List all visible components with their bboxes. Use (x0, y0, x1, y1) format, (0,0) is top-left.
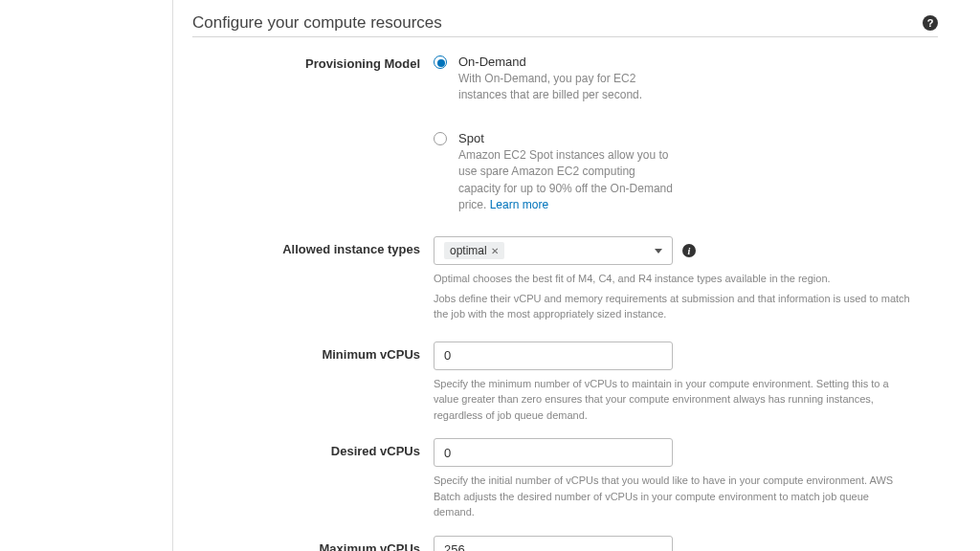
row-desired-vcpus: Desired vCPUs Specify the initial number… (192, 438, 938, 520)
configure-compute-form: Configure your compute resources ? Provi… (172, 0, 947, 551)
help-text-line: Jobs define their vCPU and memory requir… (434, 291, 912, 322)
row-provisioning-model: Provisioning Model On-Demand With On-Dem… (192, 55, 938, 221)
radio-title-spot: Spot (458, 131, 679, 145)
radio-desc-spot: Amazon EC2 Spot instances allow you to u… (458, 147, 679, 214)
radio-dot-on-demand[interactable] (434, 55, 447, 69)
maximum-vcpus-input[interactable] (434, 536, 673, 551)
instance-type-tag: optimal ✕ (444, 242, 504, 259)
radio-on-demand[interactable]: On-Demand With On-Demand, you pay for EC… (434, 55, 938, 104)
section-title: Configure your compute resources (192, 13, 442, 33)
section-header: Configure your compute resources ? (192, 0, 938, 37)
instance-type-tag-label: optimal (450, 244, 487, 257)
help-icon[interactable]: ? (923, 15, 938, 31)
row-allowed-instance-types: Allowed instance types optimal ✕ i Optim… (192, 236, 938, 326)
info-icon[interactable]: i (682, 244, 696, 257)
label-allowed-instance-types: Allowed instance types (192, 236, 434, 256)
help-allowed-instance-types: Optimal chooses the best fit of M4, C4, … (434, 271, 912, 322)
help-text-line: Optimal chooses the best fit of M4, C4, … (434, 271, 912, 287)
label-maximum-vcpus: Maximum vCPUs (192, 536, 434, 551)
chevron-down-icon (655, 249, 662, 253)
radio-dot-spot[interactable] (434, 132, 447, 145)
label-provisioning-model: Provisioning Model (192, 55, 434, 71)
minimum-vcpus-input[interactable] (434, 342, 673, 370)
help-minimum-vcpus: Specify the minimum number of vCPUs to m… (434, 376, 912, 424)
radio-spot[interactable]: Spot Amazon EC2 Spot instances allow you… (434, 131, 938, 214)
remove-tag-icon[interactable]: ✕ (491, 246, 499, 256)
label-desired-vcpus: Desired vCPUs (192, 438, 434, 458)
desired-vcpus-input[interactable] (434, 438, 673, 467)
row-maximum-vcpus: Maximum vCPUs Specify the maximum number… (192, 536, 938, 551)
allowed-instance-types-select[interactable]: optimal ✕ (434, 236, 673, 265)
radio-title-on-demand: On-Demand (458, 55, 679, 69)
row-minimum-vcpus: Minimum vCPUs Specify the minimum number… (192, 342, 938, 424)
help-desired-vcpus: Specify the initial number of vCPUs that… (434, 473, 912, 520)
learn-more-link[interactable]: Learn more (490, 198, 548, 211)
label-minimum-vcpus: Minimum vCPUs (192, 342, 434, 362)
radio-desc-on-demand: With On-Demand, you pay for EC2 instance… (458, 71, 679, 104)
